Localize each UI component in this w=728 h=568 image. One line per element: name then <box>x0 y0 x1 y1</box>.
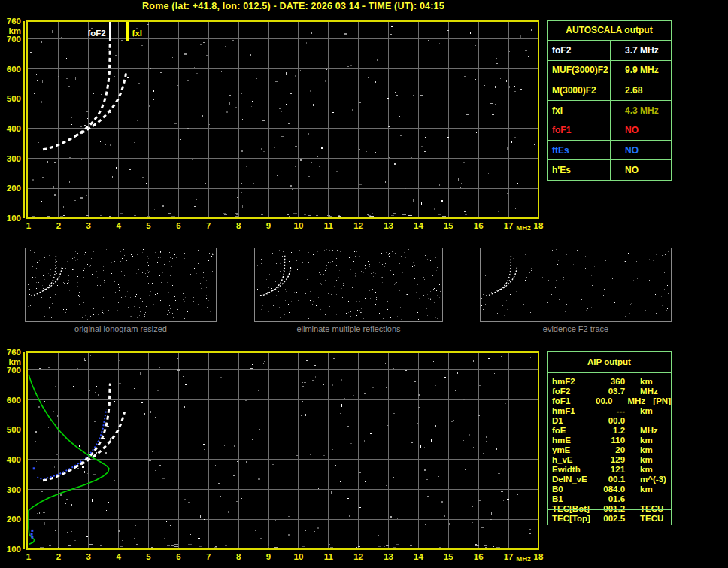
parameter-unit: MHz <box>627 396 653 406</box>
table-row: Ewidth121km <box>548 465 671 475</box>
autoscala-output-table: AUTOSCALA outputfoF23.7 MHzMUF(3000)F29.… <box>547 20 672 181</box>
table-row: foF100.0MHz[PN] <box>548 396 671 406</box>
parameter-label: hmF2 <box>552 377 595 387</box>
aip-parameter-list: hmF2360kmfoF203.7MHzfoF100.0MHz[PN]hmF1-… <box>548 373 671 524</box>
aip-table-bottom-border <box>547 509 672 510</box>
svg-text:500: 500 <box>7 94 21 103</box>
parameter-value: 00.0 <box>595 416 625 426</box>
svg-text:6: 6 <box>176 221 180 230</box>
parameter-label: M(3000)F2 <box>548 80 611 100</box>
parameter-unit: km <box>640 465 671 475</box>
parameter-value: 2.68 <box>611 80 671 100</box>
svg-text:700: 700 <box>7 35 21 44</box>
parameter-value: NO <box>611 141 671 160</box>
marker-foF2: foF2 <box>87 21 109 41</box>
parameter-value: NO <box>611 120 671 140</box>
table-row: hmF1---km <box>548 406 671 416</box>
parameter-label: foF2 <box>548 41 611 60</box>
svg-text:400: 400 <box>7 455 21 464</box>
svg-text:16: 16 <box>474 552 484 561</box>
table-row: hmF2360km <box>548 377 671 387</box>
parameter-unit: MHz <box>640 387 671 396</box>
svg-text:km: km <box>8 26 21 35</box>
parameter-label: Ewidth <box>552 465 595 475</box>
svg-text:8: 8 <box>236 221 241 230</box>
parameter-label: ymE <box>552 445 595 455</box>
series-scaled-f2-trace <box>37 409 106 478</box>
parameter-label: DelN_vE <box>552 475 595 484</box>
thumbnail-content <box>26 248 217 322</box>
thumbnail-caption: eliminate multiple reflections <box>254 324 443 335</box>
svg-text:4: 4 <box>116 221 121 230</box>
parameter-value: --- <box>595 406 625 416</box>
parameter-label: hmE <box>552 436 595 445</box>
parameter-value: 01.6 <box>595 494 625 504</box>
svg-text:9: 9 <box>266 221 271 230</box>
parameter-value: 00.0 <box>587 396 612 406</box>
y-axis-labels: 760700600500400300200100km <box>7 17 21 223</box>
parameter-label: foF1 <box>548 120 611 140</box>
svg-text:3: 3 <box>86 552 91 561</box>
svg-text:600: 600 <box>7 65 21 74</box>
parameter-value: 084.0 <box>595 484 625 494</box>
parameter-unit: km <box>640 406 671 416</box>
grid <box>27 21 538 218</box>
svg-text:km: km <box>8 357 21 366</box>
svg-text:17: 17 <box>504 552 514 561</box>
parameter-value: 03.7 <box>595 387 625 396</box>
parameter-unit: km <box>640 436 671 445</box>
series-x-mode-echo-trace <box>75 412 125 466</box>
svg-text:600: 600 <box>7 396 21 405</box>
profile-ionogram: 760700600500400300200100km12345678910111… <box>7 348 544 563</box>
parameter-label: h_vE <box>552 455 595 465</box>
svg-text:2: 2 <box>56 552 61 561</box>
parameter-label: B0 <box>552 484 595 494</box>
autoscala-window: foF2fxI760700600500400300200100km1234567… <box>0 0 728 568</box>
aip-table-title: AIP output <box>548 352 671 373</box>
parameter-value: 110 <box>595 436 625 445</box>
table-row: D100.0 <box>548 416 671 426</box>
svg-text:fxI: fxI <box>132 29 142 38</box>
parameter-unit: km <box>640 455 671 465</box>
station-date-time-title: Rome (lat: +41.8, lon: 012.5) - DATE: 20… <box>0 1 587 11</box>
parameter-label: TEC[Top] <box>552 514 595 524</box>
parameter-unit <box>640 494 671 504</box>
parameter-value: 4.3 MHz <box>611 101 671 120</box>
parameter-unit: TECU <box>640 514 671 524</box>
svg-text:9: 9 <box>266 552 271 561</box>
parameter-label: ftEs <box>548 141 611 160</box>
svg-text:12: 12 <box>353 552 363 561</box>
table-row: foF23.7 MHz <box>548 41 671 61</box>
svg-text:MHz: MHz <box>516 223 531 232</box>
table-row: foF1NO <box>548 120 671 141</box>
parameter-value: 9.9 MHz <box>611 61 671 80</box>
table-row: h'EsNO <box>548 160 671 180</box>
autoscaled-ionogram: foF2fxI760700600500400300200100km1234567… <box>7 17 544 232</box>
table-row: B0084.0km <box>548 484 671 494</box>
svg-text:1: 1 <box>26 552 32 561</box>
table-row: foF203.7MHz <box>548 387 671 396</box>
svg-text:5: 5 <box>146 221 151 230</box>
x-axis-labels: 123456789101112131415161718MHz <box>26 552 544 563</box>
svg-text:200: 200 <box>7 184 21 193</box>
svg-text:4: 4 <box>116 552 121 561</box>
parameter-unit <box>640 416 671 426</box>
series-o-mode-echo-trace <box>43 39 110 150</box>
thumbnail-caption: evidence F2 trace <box>480 324 672 335</box>
aip-output-table: AIP outputhmF2360kmfoF203.7MHzfoF100.0MH… <box>547 351 672 525</box>
svg-text:700: 700 <box>7 366 21 375</box>
svg-text:MHz: MHz <box>516 554 531 563</box>
svg-text:14: 14 <box>414 552 423 561</box>
parameter-unit: km <box>640 484 671 494</box>
svg-text:100: 100 <box>7 545 21 554</box>
svg-text:6: 6 <box>176 552 180 561</box>
svg-text:400: 400 <box>7 124 21 133</box>
parameter-label: B1 <box>552 494 595 504</box>
svg-text:18: 18 <box>534 552 544 561</box>
parameter-value: 1.2 <box>595 426 625 436</box>
svg-text:100: 100 <box>7 214 21 223</box>
svg-text:7: 7 <box>206 552 211 561</box>
table-row: B101.6 <box>548 494 671 504</box>
svg-text:7: 7 <box>206 221 211 230</box>
svg-text:13: 13 <box>384 221 393 230</box>
